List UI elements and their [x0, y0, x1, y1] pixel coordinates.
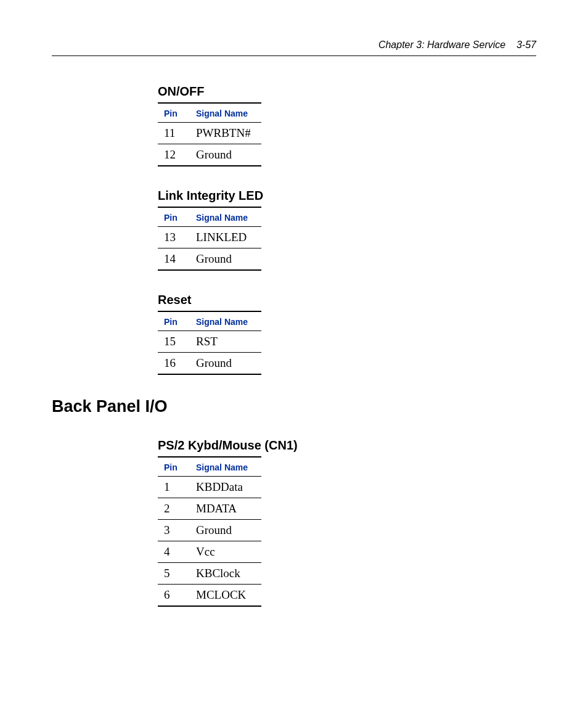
cell-pin: 11: [158, 123, 190, 144]
chapter-label: Chapter 3: Hardware Service: [378, 39, 505, 50]
cell-pin: 4: [158, 541, 190, 563]
pin-table-onoff: Pin Signal Name 11 PWRBTN# 12 Ground: [158, 102, 261, 166]
col-signal: Signal Name: [190, 457, 261, 477]
table-title-reset: Reset: [158, 293, 536, 307]
pin-table-reset: Pin Signal Name 15 RST 16 Ground: [158, 311, 261, 375]
table-row: 15 RST: [158, 331, 261, 353]
cell-pin: 6: [158, 585, 190, 607]
table-row: 12 Ground: [158, 144, 261, 166]
table-header-row: Pin Signal Name: [158, 457, 261, 477]
table-row: 1 KBDData: [158, 477, 261, 498]
table-header-row: Pin Signal Name: [158, 311, 261, 331]
table-row: 4 Vcc: [158, 541, 261, 563]
col-pin: Pin: [158, 207, 190, 227]
cell-signal: RST: [190, 331, 261, 353]
cell-pin: 12: [158, 144, 190, 166]
section-title-back-panel: Back Panel I/O: [52, 397, 536, 416]
table-title-ps2: PS/2 Kybd/Mouse (CN1): [158, 438, 536, 453]
cell-signal: Ground: [190, 520, 261, 541]
table-row: 6 MCLOCK: [158, 585, 261, 607]
table-title-link-led: Link Integrity LED: [158, 189, 536, 203]
col-signal: Signal Name: [190, 103, 261, 123]
cell-signal: PWRBTN#: [190, 123, 261, 144]
cell-signal: LINKLED: [190, 227, 261, 248]
table-row: 14 Ground: [158, 248, 261, 271]
cell-signal: KBClock: [190, 563, 261, 585]
page-number: 3-57: [517, 39, 536, 50]
col-signal: Signal Name: [190, 311, 261, 331]
cell-pin: 2: [158, 498, 190, 520]
col-pin: Pin: [158, 457, 190, 477]
col-pin: Pin: [158, 311, 190, 331]
cell-pin: 1: [158, 477, 190, 498]
pin-table-ps2: Pin Signal Name 1 KBDData 2 MDATA 3 Grou…: [158, 456, 261, 607]
cell-signal: MCLOCK: [190, 585, 261, 607]
cell-pin: 14: [158, 248, 190, 271]
col-signal: Signal Name: [190, 207, 261, 227]
col-pin: Pin: [158, 103, 190, 123]
pin-table-link-led: Pin Signal Name 13 LINKLED 14 Ground: [158, 207, 261, 271]
cell-pin: 3: [158, 520, 190, 541]
cell-pin: 5: [158, 563, 190, 585]
cell-signal: Ground: [190, 248, 261, 271]
table-row: 3 Ground: [158, 520, 261, 541]
table-header-row: Pin Signal Name: [158, 207, 261, 227]
cell-pin: 15: [158, 331, 190, 353]
table-row: 5 KBClock: [158, 563, 261, 585]
table-row: 16 Ground: [158, 353, 261, 375]
cell-signal: MDATA: [190, 498, 261, 520]
content-area: ON/OFF Pin Signal Name 11 PWRBTN# 12 Gro…: [52, 84, 536, 607]
table-header-row: Pin Signal Name: [158, 103, 261, 123]
page: Chapter 3: Hardware Service 3-57 ON/OFF …: [0, 0, 588, 607]
page-header: Chapter 3: Hardware Service 3-57: [52, 39, 536, 56]
cell-pin: 16: [158, 353, 190, 375]
cell-signal: KBDData: [190, 477, 261, 498]
table-row: 11 PWRBTN#: [158, 123, 261, 144]
cell-signal: Vcc: [190, 541, 261, 563]
table-row: 13 LINKLED: [158, 227, 261, 248]
cell-signal: Ground: [190, 144, 261, 166]
table-title-onoff: ON/OFF: [158, 84, 536, 99]
cell-pin: 13: [158, 227, 190, 248]
cell-signal: Ground: [190, 353, 261, 375]
table-row: 2 MDATA: [158, 498, 261, 520]
